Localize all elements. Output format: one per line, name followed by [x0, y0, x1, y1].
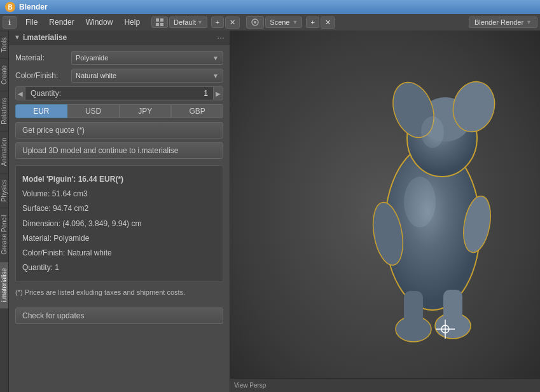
- get-price-label: Get price quote (*): [22, 126, 85, 135]
- svg-rect-3: [160, 23, 163, 26]
- layout-label: Default: [174, 18, 196, 26]
- layout-close-btn[interactable]: ✕: [225, 17, 240, 29]
- menu-file[interactable]: File: [20, 17, 43, 28]
- renderer-selector[interactable]: Blender Render ▼: [469, 17, 537, 28]
- menu-render[interactable]: Render: [44, 17, 79, 28]
- tab-relations[interactable]: Relations: [0, 91, 8, 131]
- side-panel: ▼ i.materialise ··· Material: Polyamide …: [9, 30, 230, 392]
- scene-selector[interactable]: Scene ▼: [265, 17, 302, 28]
- tab-imaterialise[interactable]: i.materialise: [0, 261, 8, 308]
- quantity-decrease-btn[interactable]: ◀: [15, 86, 25, 100]
- panel-header: ▼ i.materialise ···: [9, 30, 230, 44]
- tab-tools[interactable]: Tools: [0, 30, 8, 58]
- info-icon[interactable]: ℹ: [3, 16, 17, 29]
- svg-rect-0: [156, 18, 159, 22]
- tab-grease-pencil[interactable]: Grease Pencil: [0, 208, 8, 261]
- color-label: Color/Finish:: [15, 71, 66, 80]
- color-select-arrow: ▼: [212, 72, 219, 79]
- layout-add-btn[interactable]: +: [211, 17, 224, 28]
- currency-jpy-btn[interactable]: JPY: [120, 104, 172, 118]
- info-box: Model 'Piguin': 16.44 EUR(*) Volume: 51.…: [15, 165, 223, 282]
- quantity-row: ◀ Quantity: 1 ▶: [15, 86, 223, 100]
- color-select[interactable]: Natural white ▼: [71, 69, 223, 83]
- scene-icon[interactable]: [246, 16, 264, 29]
- quantity-increase-btn[interactable]: ▶: [213, 86, 223, 100]
- panel-title: i.materialise: [23, 33, 67, 42]
- currency-row: EUR USD JPY GBP: [15, 104, 223, 118]
- pig-model: [350, 37, 528, 367]
- info-material: Material: Polyamide: [22, 231, 216, 246]
- panel-collapse-arrow[interactable]: ▼: [14, 34, 20, 41]
- panel-content: Material: Polyamide ▼ Color/Finish: Natu…: [9, 44, 230, 330]
- currency-gbp-btn[interactable]: GBP: [171, 104, 223, 118]
- scene-close-btn[interactable]: ✕: [321, 17, 335, 29]
- blender-icon: B: [5, 2, 15, 12]
- quantity-label: Quantity:: [31, 89, 61, 98]
- info-color: Color/Finish: Natural white: [22, 246, 216, 260]
- svg-point-17: [404, 177, 436, 227]
- tab-physics[interactable]: Physics: [0, 173, 8, 208]
- material-row: Material: Polyamide ▼: [15, 51, 223, 65]
- tab-create[interactable]: Create: [0, 58, 8, 91]
- left-tabs: Tools Create Relations Animation Physics…: [0, 30, 9, 392]
- info-surface: Surface: 94.74 cm2: [22, 201, 216, 216]
- svg-point-18: [421, 116, 444, 148]
- material-select-arrow: ▼: [212, 55, 219, 62]
- panel-menu-btn[interactable]: ···: [217, 32, 225, 43]
- menu-help[interactable]: Help: [119, 17, 145, 28]
- menu-window[interactable]: Window: [81, 17, 118, 28]
- title-bar: B Blender: [0, 0, 540, 14]
- upload-label: Upload 3D model and continue to i.materi…: [22, 146, 178, 155]
- info-volume: Volume: 51.64 cm3: [22, 187, 216, 201]
- viewport-info: View Persp: [234, 382, 266, 389]
- info-dimension: Dimension: (4.096, 3.849, 9.94) cm: [22, 217, 216, 231]
- svg-rect-16: [443, 290, 462, 327]
- svg-rect-14: [404, 291, 423, 329]
- main-layout: Tools Create Relations Animation Physics…: [0, 30, 540, 392]
- material-label: Material:: [15, 53, 66, 62]
- check-updates-btn[interactable]: Check for updates: [15, 308, 223, 324]
- quantity-value: 1: [204, 89, 208, 98]
- tab-animation[interactable]: Animation: [0, 131, 8, 172]
- material-value: Polyamide: [76, 54, 108, 62]
- menu-bar: ℹ File Render Window Help Default ▼ + ✕ …: [0, 14, 540, 30]
- get-price-btn[interactable]: Get price quote (*): [15, 122, 223, 139]
- quantity-field[interactable]: Quantity: 1: [25, 86, 213, 100]
- material-select[interactable]: Polyamide ▼: [71, 51, 223, 65]
- svg-point-5: [254, 21, 256, 24]
- color-value: Natural white: [76, 72, 116, 79]
- layout-grid-icon[interactable]: [151, 17, 168, 28]
- svg-rect-1: [160, 18, 163, 22]
- upload-btn[interactable]: Upload 3D model and continue to i.materi…: [15, 142, 223, 159]
- layout-selector[interactable]: Default ▼: [169, 17, 207, 28]
- info-price: Model 'Piguin': 16.44 EUR(*): [22, 172, 216, 187]
- viewport-bar: View Persp: [230, 378, 540, 392]
- color-row: Color/Finish: Natural white ▼: [15, 69, 223, 83]
- scene-label: Scene: [270, 18, 289, 26]
- info-quantity: Quantity: 1: [22, 260, 216, 275]
- renderer-label: Blender Render: [474, 18, 523, 26]
- scene-add-btn[interactable]: +: [306, 17, 319, 28]
- check-updates-label: Check for updates: [22, 311, 84, 320]
- svg-rect-2: [156, 23, 159, 26]
- viewport[interactable]: View Persp: [230, 30, 540, 392]
- currency-usd-btn[interactable]: USD: [67, 104, 120, 118]
- window-title: Blender: [19, 3, 48, 11]
- currency-eur-btn[interactable]: EUR: [15, 104, 67, 118]
- footer-note: (*) Prices are listed exluding taxes and…: [15, 286, 223, 299]
